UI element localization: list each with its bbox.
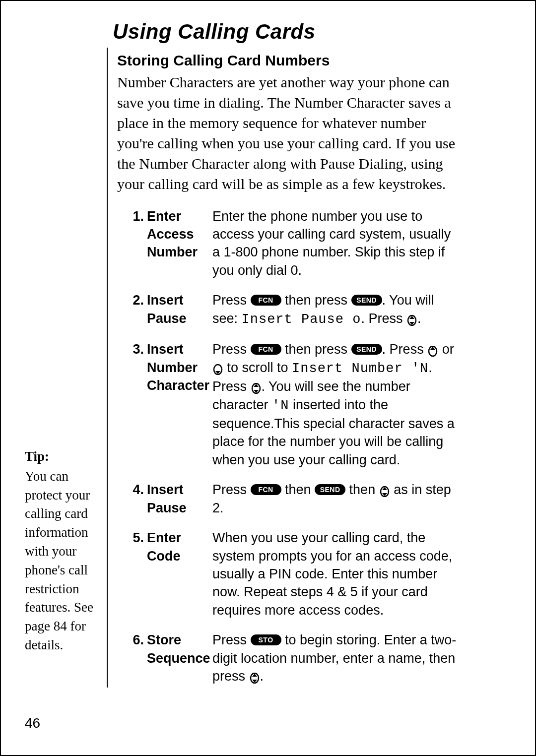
page-title: Using Calling Cards (113, 20, 316, 44)
text: then (345, 482, 379, 497)
text: Press (212, 342, 251, 357)
step-description: Enter the phone number you use to access… (212, 207, 460, 280)
text: then press (281, 342, 351, 357)
step-1: 1. Enter Access Number Enter the phone n… (128, 207, 460, 280)
tip-sidebar: Tip: You can protect your calling card i… (25, 447, 99, 655)
text: . (260, 669, 264, 684)
intro-paragraph: Number Characters are yet another way yo… (117, 72, 460, 194)
step-number: 5. (128, 529, 147, 619)
text: . Press (382, 342, 428, 357)
nav-select-icon (379, 486, 390, 497)
vertical-rule (107, 48, 108, 688)
text: Press (212, 632, 251, 647)
step-label: 3. Insert Number Character (128, 340, 212, 469)
step-number: 1. (128, 207, 147, 280)
fcn-button-icon: FCN (251, 344, 281, 355)
step-number: 4. (128, 481, 147, 517)
step-title: Insert Number Character (147, 340, 212, 469)
step-description: Press STO to begin storing. Enter a two-… (212, 631, 460, 685)
fcn-button-icon: FCN (251, 295, 281, 306)
text: Press (212, 293, 251, 308)
step-label: 5. Enter Code (128, 529, 212, 619)
step-6: 6. Store Sequence Press STO to begin sto… (128, 631, 460, 685)
step-title: Enter Access Number (147, 207, 212, 280)
step-2: 2. Insert Pause Press FCN then press SEN… (128, 291, 460, 328)
step-title: Insert Pause (147, 291, 212, 328)
sto-button-icon: STO (251, 634, 281, 645)
page-number: 46 (25, 715, 40, 731)
text: then press (281, 293, 351, 308)
text: Press (212, 482, 251, 497)
fcn-button-icon: FCN (251, 484, 281, 495)
display-text: Insert Number 'N (292, 361, 428, 376)
send-button-icon: SEND (315, 484, 345, 495)
display-text: 'N (272, 398, 289, 413)
step-description: Press FCN then press SEND. Press or to s… (212, 340, 460, 469)
step-title: Store Sequence (147, 631, 212, 685)
send-button-icon: SEND (351, 295, 382, 306)
text: . Press (361, 311, 406, 326)
step-description: Press FCN then press SEND. You will see:… (212, 291, 460, 328)
text: . (417, 311, 421, 326)
manual-page: Using Calling Cards Storing Calling Card… (0, 0, 536, 756)
nav-down-icon (212, 364, 223, 375)
step-description: When you use your calling card, the syst… (212, 529, 460, 619)
text: or (438, 342, 454, 357)
step-title: Enter Code (147, 529, 212, 619)
text: then (281, 482, 315, 497)
step-number: 3. (128, 340, 147, 469)
tip-body: You can protect your calling card inform… (25, 467, 99, 655)
text: to scroll to (223, 360, 292, 375)
tip-heading: Tip: (25, 447, 99, 466)
step-4: 4. Insert Pause Press FCN then SEND then… (128, 481, 460, 517)
send-button-icon: SEND (351, 344, 382, 355)
step-3: 3. Insert Number Character Press FCN the… (128, 340, 460, 469)
section-heading: Storing Calling Card Numbers (117, 52, 460, 69)
step-title: Insert Pause (147, 481, 212, 517)
step-label: 6. Store Sequence (128, 631, 212, 685)
step-label: 4. Insert Pause (128, 481, 212, 517)
step-number: 2. (128, 291, 147, 328)
nav-select-icon (249, 673, 260, 684)
nav-select-icon (406, 315, 417, 326)
step-number: 6. (128, 631, 147, 685)
display-text: Insert Pause o (242, 312, 361, 327)
steps-list: 1. Enter Access Number Enter the phone n… (128, 207, 460, 686)
main-content: Storing Calling Card Numbers Number Char… (117, 52, 460, 697)
step-description: Press FCN then SEND then as in step 2. (212, 481, 460, 517)
nav-up-icon (427, 346, 438, 357)
step-label: 2. Insert Pause (128, 291, 212, 328)
step-5: 5. Enter Code When you use your calling … (128, 529, 460, 619)
step-label: 1. Enter Access Number (128, 207, 212, 280)
nav-select-icon (251, 383, 262, 394)
